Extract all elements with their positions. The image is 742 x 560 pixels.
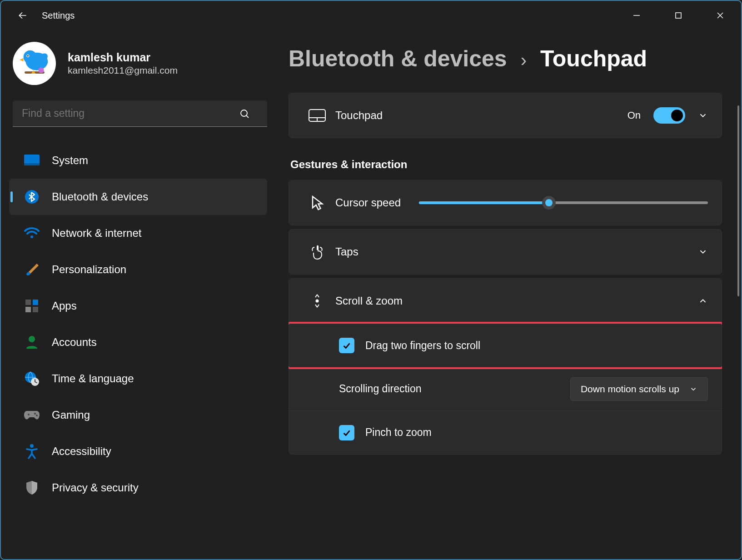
sidebar-item-label: Network & internet <box>52 227 141 240</box>
sidebar-item-label: Privacy & security <box>52 481 139 494</box>
search-wrap <box>13 100 260 127</box>
svg-point-25 <box>36 415 38 416</box>
touchpad-icon <box>303 109 332 122</box>
accessibility-icon <box>22 444 42 459</box>
svg-point-24 <box>34 413 36 415</box>
svg-point-7 <box>27 55 28 56</box>
gamepad-icon <box>22 409 42 421</box>
svg-rect-1 <box>676 13 681 18</box>
search-icon <box>239 108 250 119</box>
user-email: kamlesh2011@gmail.com <box>68 65 178 76</box>
drag-two-fingers-row[interactable]: Drag two fingers to scroll <box>289 324 722 367</box>
chevron-down-icon <box>689 385 697 393</box>
chevron-down-icon[interactable] <box>698 247 708 257</box>
breadcrumb-current: Touchpad <box>540 45 647 72</box>
svg-point-20 <box>29 336 35 342</box>
pinch-zoom-row[interactable]: Pinch to zoom <box>289 411 722 455</box>
chevron-up-icon[interactable] <box>698 296 708 306</box>
svg-point-23 <box>28 414 30 415</box>
svg-rect-13 <box>24 163 40 165</box>
search-input[interactable] <box>13 100 267 127</box>
chevron-down-icon[interactable] <box>698 110 708 120</box>
user-profile[interactable]: kamlesh kumar kamlesh2011@gmail.com <box>0 36 273 96</box>
breadcrumb: Bluetooth & devices › Touchpad <box>289 45 722 72</box>
apps-icon <box>22 299 42 313</box>
sidebar-item-accessibility[interactable]: Accessibility <box>9 433 267 470</box>
window-title: Settings <box>42 10 75 21</box>
sidebar-item-system[interactable]: System <box>9 142 267 179</box>
close-button[interactable] <box>699 1 741 30</box>
check-icon <box>342 340 352 350</box>
shield-icon <box>22 480 42 495</box>
user-name: kamlesh kumar <box>68 51 178 64</box>
sidebar-item-privacy-security[interactable]: Privacy & security <box>9 470 267 506</box>
chevron-right-icon: › <box>521 50 527 70</box>
person-icon <box>22 335 42 350</box>
close-icon <box>716 11 724 20</box>
scroll-zoom-card[interactable]: Scroll & zoom <box>289 278 722 324</box>
avatar <box>13 42 56 85</box>
svg-rect-17 <box>33 300 38 305</box>
bluetooth-icon <box>22 190 42 204</box>
svg-rect-18 <box>25 307 31 312</box>
window-controls <box>616 1 741 30</box>
sidebar-item-network[interactable]: Network & internet <box>9 215 267 251</box>
dropdown-value: Down motion scrolls up <box>581 384 679 395</box>
drag-two-fingers-checkbox[interactable] <box>339 338 354 353</box>
sidebar-item-label: Accessibility <box>52 445 111 458</box>
touchpad-label: Touchpad <box>335 109 383 122</box>
scroll-icon <box>303 293 332 309</box>
scrollbar[interactable] <box>737 105 739 296</box>
sidebar-item-accounts[interactable]: Accounts <box>9 324 267 360</box>
toggle-state-text: On <box>627 110 641 121</box>
cursor-speed-label: Cursor speed <box>335 196 401 209</box>
svg-point-10 <box>241 110 247 116</box>
minimize-icon <box>632 11 641 20</box>
svg-point-26 <box>30 444 34 448</box>
arrow-left-icon <box>17 10 29 21</box>
sidebar-item-label: Bluetooth & devices <box>52 190 148 203</box>
scrolling-direction-dropdown[interactable]: Down motion scrolls up <box>570 377 708 401</box>
scrolling-direction-label: Scrolling direction <box>339 383 422 395</box>
back-button[interactable] <box>14 6 32 25</box>
taps-label: Taps <box>335 245 359 258</box>
svg-point-5 <box>23 50 36 63</box>
maximize-icon <box>674 11 682 20</box>
sidebar-item-personalization[interactable]: Personalization <box>9 251 267 288</box>
check-icon <box>342 428 352 438</box>
maximize-button[interactable] <box>657 1 699 30</box>
sidebar-item-bluetooth-devices[interactable]: Bluetooth & devices <box>9 179 267 215</box>
scroll-zoom-label: Scroll & zoom <box>335 295 403 307</box>
cursor-speed-slider[interactable] <box>419 201 708 204</box>
sidebar-item-label: Gaming <box>52 409 90 421</box>
sidebar-nav: System Bluetooth & devices Network & int… <box>0 140 273 506</box>
svg-rect-19 <box>33 307 38 312</box>
svg-point-15 <box>30 235 33 238</box>
sidebar-item-label: System <box>52 154 88 167</box>
wifi-icon <box>22 227 42 239</box>
sidebar-item-gaming[interactable]: Gaming <box>9 397 267 433</box>
minimize-button[interactable] <box>616 1 657 30</box>
bird-avatar-icon <box>17 46 52 81</box>
sidebar-item-apps[interactable]: Apps <box>9 288 267 324</box>
svg-point-9 <box>38 67 44 73</box>
paintbrush-icon <box>22 262 42 277</box>
display-icon <box>22 154 42 167</box>
taps-card[interactable]: Taps <box>289 229 722 275</box>
pinch-zoom-label: Pinch to zoom <box>365 426 432 439</box>
pinch-zoom-checkbox[interactable] <box>339 425 354 440</box>
sidebar-item-time-language[interactable]: Time & language <box>9 360 267 397</box>
cursor-speed-card: Cursor speed <box>289 180 722 225</box>
tap-icon <box>303 244 332 260</box>
touchpad-toggle[interactable] <box>653 107 685 124</box>
touchpad-toggle-card[interactable]: Touchpad On <box>289 93 722 138</box>
titlebar: Settings <box>1 1 741 30</box>
globe-clock-icon <box>22 371 42 386</box>
sidebar-item-label: Apps <box>52 300 77 312</box>
cursor-icon <box>303 195 332 211</box>
sidebar-item-label: Personalization <box>52 263 126 276</box>
sidebar-item-label: Accounts <box>52 336 97 349</box>
svg-line-11 <box>246 115 249 118</box>
breadcrumb-parent[interactable]: Bluetooth & devices <box>289 45 507 72</box>
gestures-heading: Gestures & interaction <box>290 158 722 171</box>
